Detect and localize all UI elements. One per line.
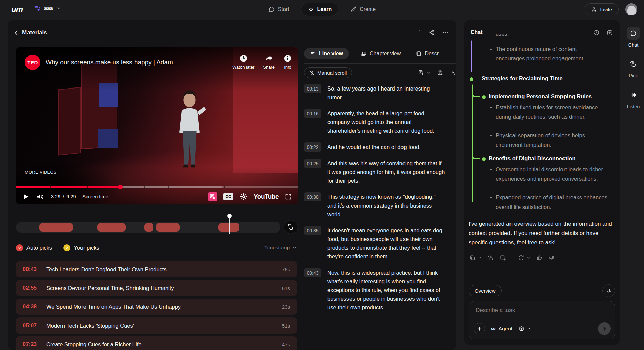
overview-chip[interactable]: Overview [469, 285, 502, 296]
thumbs-down-icon[interactable] [548, 255, 555, 261]
send-button[interactable] [598, 322, 611, 335]
rail-item-listen[interactable]: Listen [623, 89, 644, 109]
transcript-text[interactable]: So, a few years ago I heard an interesti… [327, 84, 445, 102]
video-player[interactable]: TED Why our screens make us less happy |… [16, 47, 298, 204]
timestamp-chip[interactable]: 00:22 [304, 142, 321, 152]
chevron-down-icon[interactable] [426, 71, 431, 75]
tab-chapter-view[interactable]: Chapter view [361, 51, 401, 57]
captions-button[interactable]: CC [223, 193, 233, 200]
pick-duration: 76s [282, 267, 290, 272]
chat-bubble-icon [268, 6, 275, 13]
auto-picks-legend[interactable]: Auto picks [16, 244, 52, 251]
more-videos-link[interactable]: MORE VIDEOS [25, 170, 57, 175]
attach-button[interactable] [474, 323, 485, 334]
pick-hand-icon[interactable] [488, 255, 494, 261]
user-avatar[interactable] [625, 3, 637, 15]
watch-later-button[interactable]: Watch later [232, 54, 254, 70]
picks-list: 00:43 Tech Leaders Don't Dogfood Their O… [16, 261, 297, 350]
play-button[interactable] [22, 193, 30, 200]
tab-description[interactable]: Descr [416, 51, 439, 57]
model-selector[interactable] [518, 326, 531, 332]
rail-item-pick[interactable]: Pick [623, 58, 644, 78]
workspace-switcher[interactable]: aaa [34, 5, 61, 12]
video-title[interactable]: Why our screens make us less happy | Ada… [46, 59, 180, 66]
pick-row[interactable]: 07:23 Create Stopping Cues for a Richer … [16, 336, 297, 350]
fullscreen-icon[interactable] [285, 193, 292, 200]
rail-item-chat[interactable]: Chat [623, 27, 644, 48]
pick-title: Create Stopping Cues for a Richer Life [46, 341, 275, 348]
playhead[interactable] [229, 214, 230, 234]
add-note-icon[interactable] [437, 70, 443, 76]
pick-row[interactable]: 00:43 Tech Leaders Don't Dogfood Their O… [16, 261, 297, 277]
timeline-pick-segment[interactable] [39, 223, 73, 232]
waveform-icon [630, 91, 637, 99]
task-input[interactable]: Describe a task ∞ Agent [469, 301, 615, 339]
timestamp-chip[interactable]: 00:43 [304, 268, 321, 277]
copy-icon[interactable] [469, 255, 476, 261]
chat-settings-button[interactable] [602, 284, 615, 297]
more-options-icon[interactable] [442, 29, 449, 36]
transcript-text[interactable]: This strategy is now known as "dogfoodin… [327, 192, 445, 219]
progress-bar[interactable] [16, 185, 298, 189]
transcript-text[interactable]: And he would eat the can of dog food. [327, 142, 421, 152]
timeline-pick-segment[interactable] [218, 223, 239, 232]
tune-icon [606, 288, 612, 294]
timeline-bar[interactable] [16, 222, 280, 233]
chevron-down-icon[interactable] [478, 256, 482, 260]
thumbs-up-icon[interactable] [536, 255, 543, 261]
timestamp-chip[interactable]: 00:30 [304, 192, 321, 201]
pick-time: 07:23 [23, 341, 40, 347]
auto-translate-icon[interactable] [208, 192, 217, 201]
tab-line-view[interactable]: Line view [304, 48, 349, 59]
tab-learn-label: Learn [317, 6, 332, 12]
app-logo[interactable]: um [11, 5, 23, 14]
save-frame-icon[interactable] [500, 255, 506, 261]
sort-dropdown[interactable]: Timestamp [264, 245, 297, 251]
settings-gear-icon[interactable] [239, 193, 248, 201]
new-chat-icon[interactable] [606, 29, 613, 36]
download-icon[interactable] [450, 70, 456, 76]
manual-scroll-toggle[interactable]: Manual scroll [304, 67, 352, 78]
pick-row[interactable]: 02:55 Screens Devour Personal Time, Shri… [16, 280, 297, 296]
timeline-pick-segment[interactable] [156, 223, 180, 232]
pick-moment-button[interactable] [284, 220, 298, 234]
pick-time: 04:38 [23, 304, 40, 310]
share-video-button[interactable]: Share [263, 54, 275, 70]
share-icon[interactable] [428, 29, 435, 36]
chapter-title[interactable]: Screen time [82, 194, 108, 199]
timestamp-chip[interactable]: 00:13 [304, 84, 321, 93]
progress-scrubber[interactable] [118, 185, 123, 189]
pick-row[interactable]: 05:07 Modern Tech Lacks 'Stopping Cues' … [16, 317, 297, 334]
top-bar: um aaa Start Learn Create Invite [0, 0, 644, 19]
tab-start[interactable]: Start [262, 3, 296, 16]
pick-row[interactable]: 04:38 We Spend More Time on Apps That Ma… [16, 299, 297, 315]
tab-learn[interactable]: Learn [301, 3, 339, 16]
history-icon[interactable] [593, 29, 600, 36]
regenerate-icon[interactable] [518, 255, 524, 261]
your-picks-legend[interactable]: Your picks [63, 244, 99, 251]
audio-remix-icon[interactable] [414, 29, 421, 36]
transcript-text[interactable]: It doesn't mean everyone goes in and eat… [327, 226, 445, 261]
back-icon[interactable] [13, 29, 20, 36]
model-cube-icon [518, 326, 525, 332]
translate-icon[interactable] [418, 70, 424, 76]
chevron-down-icon[interactable] [526, 256, 531, 260]
clock-icon [239, 54, 248, 63]
transcript-text[interactable]: Now, this is a widespread practice, but … [327, 268, 445, 312]
youtube-logo[interactable]: YouTube [254, 193, 279, 200]
chat-bubble-icon [630, 30, 637, 37]
channel-avatar[interactable]: TED [25, 55, 40, 70]
timestamp-chip[interactable]: 00:35 [304, 226, 321, 235]
transcript-text[interactable]: Apparently, the head of a large pet food… [327, 109, 445, 135]
timestamp-chip[interactable]: 00:16 [304, 109, 321, 118]
timeline-pick-segment[interactable] [97, 223, 126, 232]
timestamp-chip[interactable]: 00:25 [304, 159, 321, 168]
agent-selector[interactable]: ∞ Agent [491, 325, 512, 332]
invite-button[interactable]: Invite [585, 3, 619, 15]
timeline-pick-segment[interactable] [144, 223, 153, 232]
tab-create[interactable]: Create [343, 3, 382, 16]
volume-button[interactable] [36, 193, 44, 201]
pick-hand-icon [630, 60, 637, 68]
transcript-text[interactable]: And this was his way of convincing them … [327, 159, 445, 185]
info-button[interactable]: Info [283, 54, 292, 70]
